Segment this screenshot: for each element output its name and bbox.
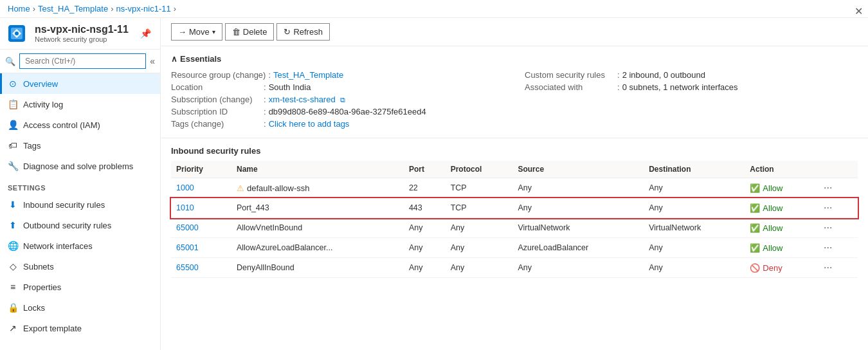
cell-action: 🚫 Deny: [745, 258, 815, 278]
cell-destination: Any: [644, 178, 745, 198]
essentials-subscription-id: Subscription ID : db99d808-6e89-480a-96a…: [171, 106, 504, 118]
sidebar-item-inbound-rules[interactable]: ⬇ Inbound security rules: [0, 194, 160, 215]
cell-more[interactable]: ···: [815, 258, 858, 278]
table-row[interactable]: 1010 Port_443 443 TCP Any Any ✅ Allow: [171, 198, 858, 218]
sidebar-item-tags[interactable]: 🏷 Tags: [0, 135, 160, 156]
more-options-icon[interactable]: ···: [820, 181, 836, 194]
breadcrumb-template[interactable]: Test_HA_Template: [38, 4, 108, 14]
cell-more[interactable]: ···: [815, 218, 858, 238]
pin-icon[interactable]: 📌: [140, 28, 151, 39]
table-row[interactable]: 1000 ⚠ default-allow-ssh 22 TCP Any: [171, 178, 858, 198]
tags-link[interactable]: Click here to add tags: [269, 119, 350, 129]
cell-protocol: Any: [446, 238, 513, 258]
resource-info: ns-vpx-nic-nsg1-11 Network security grou…: [35, 24, 129, 43]
allow-badge: ✅ Allow: [750, 183, 809, 193]
essentials-collapse-icon: ∧: [171, 54, 177, 64]
refresh-icon: ↻: [284, 27, 291, 37]
more-options-icon[interactable]: ···: [820, 201, 836, 214]
sidebar-item-outbound-rules[interactable]: ⬆ Outbound security rules: [0, 215, 160, 235]
more-options-icon[interactable]: ···: [820, 221, 836, 234]
essentials-subscription: Subscription (change) : xm-test-cs-share…: [171, 93, 504, 106]
resource-title: ns-vpx-nic-nsg1-11: [35, 24, 129, 35]
breadcrumb-nic[interactable]: ns-vpx-nic1-11: [116, 4, 171, 14]
cell-more[interactable]: ···: [815, 178, 858, 198]
search-box: 🔍 «: [0, 50, 160, 73]
cell-name: Port_443: [231, 198, 404, 218]
content-scroll: ∧ Essentials Resource group (change) : T…: [161, 46, 868, 350]
resource-group-link[interactable]: Test_HA_Template: [273, 70, 343, 80]
sidebar-item-overview[interactable]: ⊙ Overview: [0, 73, 160, 94]
cell-source: Any: [512, 198, 644, 218]
more-options-icon[interactable]: ···: [820, 261, 836, 274]
sidebar-item-diagnose[interactable]: 🔧 Diagnose and solve problems: [0, 156, 160, 176]
collapse-sidebar-icon[interactable]: «: [150, 56, 155, 66]
allow-icon: ✅: [750, 183, 760, 193]
essentials-section: ∧ Essentials Resource group (change) : T…: [161, 46, 868, 138]
sidebar-item-activity-log[interactable]: 📋 Activity log: [0, 94, 160, 115]
search-input[interactable]: [19, 53, 146, 69]
sidebar-label-overview: Overview: [23, 79, 58, 89]
sidebar-item-access-control[interactable]: 👤 Access control (IAM): [0, 115, 160, 135]
sidebar-label-diagnose: Diagnose and solve problems: [23, 161, 133, 171]
svg-point-2: [15, 32, 19, 35]
diagnose-icon: 🔧: [8, 161, 18, 171]
breadcrumb-home[interactable]: Home: [8, 4, 30, 14]
overview-icon: ⊙: [8, 78, 18, 89]
move-button[interactable]: → Move ▾: [171, 23, 222, 41]
sidebar-label-activity-log: Activity log: [23, 100, 63, 109]
breadcrumb: Home › Test_HA_Template › ns-vpx-nic1-11…: [0, 0, 868, 18]
cell-port: Any: [404, 258, 446, 278]
cell-source: AzureLoadBalancer: [512, 238, 644, 258]
move-icon: →: [178, 27, 186, 37]
cell-port: Any: [404, 218, 446, 238]
col-port: Port: [404, 161, 446, 178]
cell-source: Any: [512, 178, 644, 198]
cell-priority: 1000: [171, 178, 231, 198]
tags-icon: 🏷: [8, 140, 18, 151]
sidebar-item-subnets[interactable]: ◇ Subnets: [0, 256, 160, 277]
table-row[interactable]: 65000 AllowVnetInBound Any Any VirtualNe…: [171, 218, 858, 238]
sidebar-item-properties[interactable]: ≡ Properties: [0, 277, 160, 297]
inbound-rules-table: Priority Name Port Protocol Source Desti…: [171, 161, 858, 278]
essentials-associated-with: Associated with : 0 subnets, 1 network i…: [525, 81, 858, 93]
table-header-row: Priority Name Port Protocol Source Desti…: [171, 161, 858, 178]
sidebar-label-inbound-rules: Inbound security rules: [23, 200, 105, 210]
sidebar-item-network-interfaces[interactable]: 🌐 Network interfaces: [0, 235, 160, 256]
cell-action: ✅ Allow: [745, 198, 815, 218]
cell-port: Any: [404, 238, 446, 258]
sidebar-label-subnets: Subnets: [23, 262, 54, 272]
col-more: [815, 161, 858, 178]
sidebar-item-export-template[interactable]: ↗ Export template: [0, 318, 160, 338]
content-area: → Move ▾ 🗑 Delete ↻ Refresh ∧: [161, 18, 868, 350]
cell-priority: 65001: [171, 238, 231, 258]
cell-more[interactable]: ···: [815, 238, 858, 258]
cell-more[interactable]: ···: [815, 198, 858, 218]
essentials-title[interactable]: ∧ Essentials: [171, 54, 858, 64]
sidebar-label-network-interfaces: Network interfaces: [23, 241, 93, 251]
allow-icon: ✅: [750, 223, 760, 233]
subnets-icon: ◇: [8, 261, 18, 272]
col-name: Name: [231, 161, 404, 178]
sidebar-label-tags: Tags: [23, 141, 41, 151]
sidebar-item-locks[interactable]: 🔒 Locks: [0, 297, 160, 318]
sidebar: ns-vpx-nic-nsg1-11 Network security grou…: [0, 18, 161, 350]
table-row[interactable]: 65500 DenyAllInBound Any Any Any Any 🚫 D…: [171, 258, 858, 278]
delete-button[interactable]: 🗑 Delete: [225, 23, 275, 41]
table-row[interactable]: 65001 AllowAzureLoadBalancer... Any Any …: [171, 238, 858, 258]
more-options-icon[interactable]: ···: [820, 241, 836, 254]
essentials-tags: Tags (change) : Click here to add tags: [171, 118, 504, 130]
delete-icon: 🗑: [232, 27, 240, 37]
col-source: Source: [512, 161, 644, 178]
search-icon: 🔍: [5, 57, 15, 66]
resource-subtitle: Network security group: [35, 35, 129, 43]
allow-badge: ✅ Allow: [750, 243, 809, 253]
sidebar-label-outbound-rules: Outbound security rules: [23, 221, 111, 230]
refresh-button[interactable]: ↻ Refresh: [276, 23, 330, 41]
cell-protocol: Any: [446, 218, 513, 238]
copy-icon[interactable]: ⧉: [340, 96, 345, 104]
subscription-link[interactable]: xm-test-cs-shared: [269, 95, 336, 104]
allow-badge: ✅ Allow: [750, 223, 809, 233]
cell-name: AllowVnetInBound: [231, 218, 404, 238]
toolbar: → Move ▾ 🗑 Delete ↻ Refresh: [161, 18, 868, 46]
cell-priority: 1010: [171, 198, 231, 218]
